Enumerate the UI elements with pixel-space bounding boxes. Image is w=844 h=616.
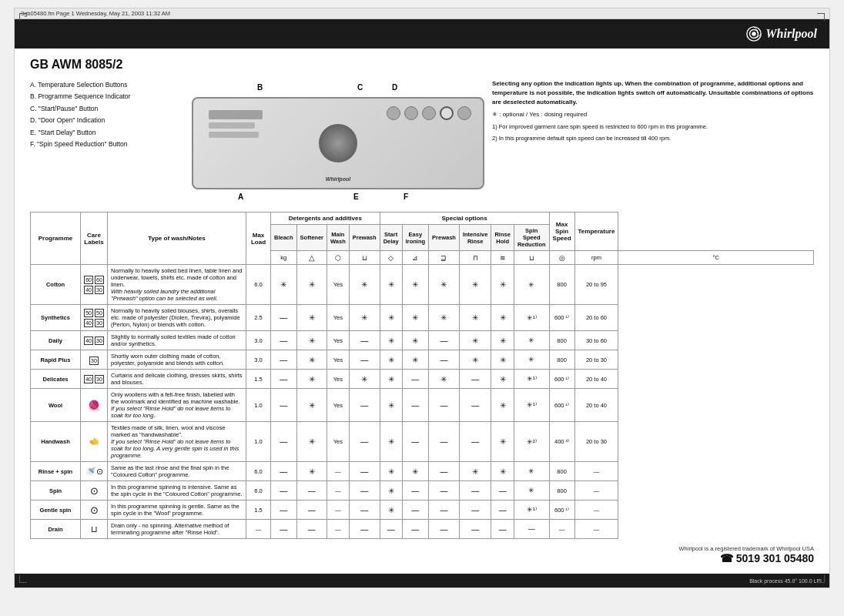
col-prewash-so: Prewash: [429, 225, 460, 251]
easy-ironing: ✳: [402, 305, 428, 331]
bleach: —: [271, 481, 297, 500]
col-main-wash: Main Wash: [327, 225, 350, 251]
spin-speed: 800: [549, 331, 574, 350]
prewash-det: —: [349, 481, 380, 500]
footer-area: Whirlpool is a registered trademark of W…: [30, 545, 814, 564]
col-max-spin-speed-header: Max Spin Speed: [549, 213, 574, 251]
type-main: Normally to heavily soiled bed linen, ta…: [111, 267, 243, 288]
spin-speed-red: ✳¹⁾: [514, 305, 549, 331]
table-row: Rinse + spin 🚿⊙ Same as the last rinse a…: [31, 462, 814, 481]
type-main: Normally to heavily soiled blouses, shir…: [111, 307, 240, 328]
temperature: —: [574, 520, 618, 539]
label-f: F. "Spin Speed Reduction" Button: [30, 139, 184, 149]
spin-speed: 800: [549, 350, 574, 370]
care-symbol: ⊙: [81, 500, 108, 520]
page-wrapper: 3gb05480.fm Page 1 Wednesday, May 21, 20…: [14, 8, 830, 588]
spin-speed-red: ✳: [514, 350, 549, 370]
intensive-rinse: —: [459, 422, 491, 462]
start-delay: ✳: [380, 350, 402, 370]
bleach: —: [271, 305, 297, 331]
temperature: 20 to 95: [574, 265, 618, 305]
main-wash: Yes: [327, 331, 350, 350]
easy-ironing: —: [402, 500, 428, 520]
type-of-wash: Curtains and delicate clothing, dresses …: [108, 370, 246, 389]
type-of-wash: Slightly to normally soiled textiles mad…: [108, 331, 246, 350]
softener: —: [296, 500, 327, 520]
col-prewash-det: Prewash: [349, 225, 380, 251]
main-wash: —: [327, 481, 350, 500]
softener: ✳: [296, 422, 327, 462]
arrow-label-c: C: [357, 83, 363, 92]
type-of-wash: Drain only - no spinning. Alternative me…: [108, 520, 246, 539]
col-detergents-group: Detergents and additives: [271, 213, 380, 225]
care-symbol: 50504030: [81, 305, 108, 331]
prewash-det: —: [349, 331, 380, 350]
col-special-options-group: Special options: [380, 213, 549, 225]
spin-speed-red: ✳¹⁾: [514, 389, 549, 422]
softener: —: [296, 481, 327, 500]
main-wash: Yes: [327, 370, 350, 389]
labels-column: A. Temperature Selection Buttons B. Prog…: [30, 79, 184, 151]
col-softener: Softener: [296, 225, 327, 251]
unit-rpm: rpm: [574, 251, 618, 265]
type-main: Slightly to normally soiled textiles mad…: [111, 333, 236, 347]
whirlpool-brand-name: Whirlpool: [765, 27, 817, 41]
bleach: —: [271, 520, 297, 539]
bleach: —: [271, 500, 297, 520]
type-main: Shortly worn outer clothing made of cott…: [111, 353, 224, 367]
spin-speed-red: ✳: [514, 462, 549, 481]
label-c: C. "Start/Pause" Button: [30, 103, 184, 114]
col-programme: Programme: [31, 213, 81, 265]
care-symbol: 60604030: [81, 265, 108, 305]
intensive-rinse: —: [459, 370, 491, 389]
corner-mark-tl: [19, 13, 27, 21]
intensive-rinse: —: [459, 500, 491, 520]
softener: ✳: [296, 331, 327, 350]
type-of-wash: In this programme spinning is intensive.…: [108, 481, 246, 500]
prewash-so: ✳: [429, 265, 460, 305]
file-info-text: 3gb05480.fm Page 1 Wednesday, May 21, 20…: [21, 10, 170, 17]
rinse-hold: ✳: [491, 350, 514, 370]
main-wash: —: [327, 520, 350, 539]
programme-name: Wool: [31, 389, 81, 422]
icon-prewash-so: ⊓: [459, 251, 491, 265]
max-load: —: [246, 520, 271, 539]
care-symbol: ⊙: [81, 481, 108, 500]
start-delay: ✳: [380, 305, 402, 331]
programme-name: Gentle spin: [31, 500, 81, 520]
table-row: Spin ⊙ In this programme spinning is int…: [31, 481, 814, 500]
programme-name: Drain: [31, 520, 81, 539]
type-main: In this programme spinning is intensive.…: [111, 484, 242, 497]
type-of-wash: Normally to heavily soiled bed linen, ta…: [108, 265, 246, 305]
rinse-hold: ✳: [491, 265, 514, 305]
programme-name: Rapid Plus: [31, 350, 81, 370]
temperature: —: [574, 462, 618, 481]
icon-main-wash: ⊔: [349, 251, 380, 265]
main-wash: Yes: [327, 389, 350, 422]
file-info-bar: 3gb05480.fm Page 1 Wednesday, May 21, 20…: [15, 8, 829, 19]
prewash-det: —: [349, 500, 380, 520]
corner-mark-br: [817, 575, 825, 583]
type-note: With heavily soiled laundry the addition…: [111, 288, 218, 302]
rinse-hold: ✳: [491, 422, 514, 462]
easy-ironing: ✳: [402, 331, 428, 350]
programme-name: Rinse + spin: [31, 462, 81, 481]
temperature: 20 to 60: [574, 305, 618, 331]
type-of-wash: Normally to heavily soiled blouses, shir…: [108, 305, 246, 331]
easy-ironing: —: [402, 422, 428, 462]
care-symbol: ⊔: [81, 520, 108, 539]
programme-name: Spin: [31, 481, 81, 500]
prewash-det: —: [349, 422, 380, 462]
svg-point-2: [752, 32, 757, 36]
softener: ✳: [296, 462, 327, 481]
programmes-table: Programme Care Labels Type of wash/Notes…: [30, 212, 814, 539]
label-d: D. "Door Open" Indication: [30, 115, 184, 126]
type-of-wash: Only woollens with a felt-free finish, l…: [108, 389, 246, 422]
max-load: 1.0: [246, 422, 271, 462]
bleach: ✳: [271, 265, 297, 305]
intensive-rinse: —: [459, 520, 491, 539]
main-wash: —: [327, 462, 350, 481]
icon-rinse-hold: ⊔: [514, 251, 549, 265]
arrow-label-e: E: [353, 192, 359, 201]
prewash-det: —: [349, 462, 380, 481]
